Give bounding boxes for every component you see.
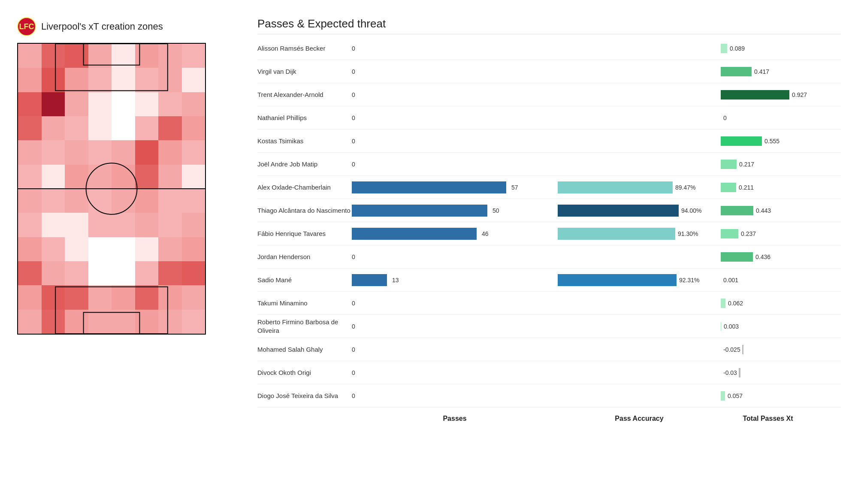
player-row: Thiago Alcântara do Nascimento5094.00%0.…	[257, 199, 841, 222]
col-header-xt: Total Passes Xt	[721, 415, 815, 423]
xt-pos-bar	[721, 299, 725, 308]
pitch-cell	[65, 189, 88, 213]
xt-pos-wrap: 0.211	[721, 183, 754, 192]
panel-title: Liverpool's xT creation zones	[41, 21, 163, 32]
pitch-cell	[18, 92, 42, 116]
accuracy-col: 89.47%	[558, 181, 721, 193]
passes-zero: 0	[352, 346, 355, 353]
xt-pos-wrap: 0.555	[721, 136, 779, 146]
pitch-cell	[158, 285, 182, 309]
xt-pos-bar	[721, 252, 753, 262]
pitch-cell	[158, 92, 182, 116]
player-name: Jordan Henderson	[257, 253, 352, 261]
pitch-grid	[18, 44, 205, 334]
xt-pos-wrap: 0.062	[721, 299, 743, 308]
xt-col: 0.089	[721, 44, 815, 53]
pitch-cell	[135, 285, 159, 309]
passes-zero: 0	[352, 161, 355, 168]
player-row: Mohamed Salah Ghaly0-0.025	[257, 338, 841, 361]
pitch-cell	[42, 310, 65, 334]
xt-pos-wrap: 0.217	[721, 160, 754, 169]
pitch-cell	[65, 116, 88, 140]
xt-value: 0.211	[739, 184, 754, 191]
pitch-cell	[88, 68, 112, 92]
xt-value: 0.417	[754, 68, 769, 75]
xt-col: 0.927	[721, 90, 815, 100]
accuracy-bar	[558, 205, 679, 217]
player-name: Divock Okoth Origi	[257, 368, 352, 377]
pitch-container	[17, 43, 206, 335]
pitch-cell	[182, 165, 205, 189]
xt-value: 0.001	[723, 277, 738, 284]
pitch-cell	[112, 285, 135, 309]
accuracy-col: 92.31%	[558, 274, 721, 286]
player-name: Sadio Mané	[257, 276, 352, 284]
xt-value: 0.057	[728, 392, 743, 399]
pitch-cell	[182, 68, 205, 92]
col-header-passes: Passes	[352, 415, 558, 423]
pitch-cell	[42, 261, 65, 285]
pitch-cell	[88, 116, 112, 140]
pitch-cell	[135, 44, 159, 68]
xt-col: 0.217	[721, 160, 815, 169]
passes-col: 0	[352, 115, 558, 121]
pitch-cell	[112, 213, 135, 237]
player-row: Fábio Henrique Tavares4691.30%0.237	[257, 222, 841, 245]
player-row: Joël Andre Job Matip00.217	[257, 153, 841, 176]
player-name: Virgil van Dijk	[257, 67, 352, 76]
pitch-cell	[18, 116, 42, 140]
xt-pos-bar	[721, 160, 737, 169]
xt-value: 0.217	[739, 161, 754, 168]
pitch-cell	[158, 116, 182, 140]
pitch-cell	[42, 189, 65, 213]
pitch-cell	[158, 140, 182, 164]
pitch-cell	[135, 310, 159, 334]
player-name: Fábio Henrique Tavares	[257, 229, 352, 238]
xt-col: 0.062	[721, 299, 815, 308]
passes-zero: 0	[352, 323, 355, 330]
pitch-cell	[18, 165, 42, 189]
pitch-cell	[135, 237, 159, 261]
xt-pos-bar	[721, 183, 736, 192]
passes-zero: 0	[352, 45, 355, 52]
accuracy-value: 91.30%	[678, 230, 704, 237]
player-row: Jordan Henderson00.436	[257, 245, 841, 269]
pitch-cell	[112, 116, 135, 140]
accuracy-bar	[558, 274, 677, 286]
passes-col: 50	[352, 205, 558, 217]
pitch-cell	[65, 261, 88, 285]
player-name: Roberto Firmino Barbosa de Oliveira	[257, 318, 352, 335]
passes-col: 0	[352, 138, 558, 145]
pitch-cell	[158, 68, 182, 92]
xt-pos-bar	[721, 391, 725, 401]
pitch-cell	[42, 116, 65, 140]
right-panel: Passes & Expected threat Alisson Ramsés …	[232, 17, 841, 487]
xt-col: 0.057	[721, 391, 815, 401]
pitch-cell	[18, 140, 42, 164]
player-name: Alex Oxlade-Chamberlain	[257, 183, 352, 192]
player-row: Sadio Mané1392.31%0.001	[257, 269, 841, 292]
xt-pos-wrap: 0.089	[721, 44, 745, 53]
xt-col: 0.443	[721, 206, 815, 215]
player-name: Joël Andre Job Matip	[257, 160, 352, 169]
pitch-cell	[18, 237, 42, 261]
pitch-cell	[182, 261, 205, 285]
xt-col: -0.025	[721, 345, 815, 354]
pitch-cell	[88, 310, 112, 334]
pitch-cell	[88, 213, 112, 237]
xt-col: 0.003	[721, 322, 815, 331]
xt-pos-wrap: 0.001	[721, 275, 738, 285]
passes-zero: 0	[352, 115, 355, 121]
passes-bar	[352, 181, 506, 193]
pitch-cell	[112, 165, 135, 189]
passes-zero: 0	[352, 254, 355, 260]
xt-neg-wrap: -0.03	[721, 368, 740, 377]
pitch-cell	[158, 44, 182, 68]
xt-col: 0.555	[721, 136, 815, 146]
pitch-cell	[65, 165, 88, 189]
passes-col: 57	[352, 181, 558, 193]
accuracy-bar	[558, 228, 675, 240]
xt-value: 0.927	[792, 91, 807, 98]
passes-zero: 0	[352, 138, 355, 145]
pitch-cell	[65, 68, 88, 92]
